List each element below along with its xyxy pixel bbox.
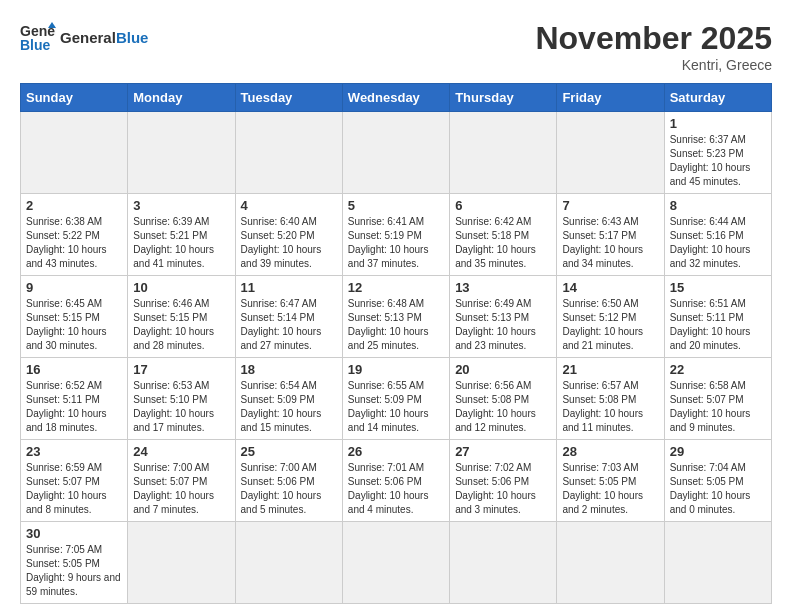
calendar-cell: 8Sunrise: 6:44 AM Sunset: 5:16 PM Daylig… [664, 194, 771, 276]
day-content: Sunrise: 6:42 AM Sunset: 5:18 PM Dayligh… [455, 215, 551, 271]
calendar-cell: 9Sunrise: 6:45 AM Sunset: 5:15 PM Daylig… [21, 276, 128, 358]
day-number: 19 [348, 362, 444, 377]
calendar-cell [21, 112, 128, 194]
page-header: General Blue GeneralBlue November 2025 K… [20, 20, 772, 73]
day-content: Sunrise: 6:53 AM Sunset: 5:10 PM Dayligh… [133, 379, 229, 435]
calendar-cell [664, 522, 771, 604]
weekday-header-tuesday: Tuesday [235, 84, 342, 112]
day-number: 5 [348, 198, 444, 213]
calendar-cell [450, 112, 557, 194]
day-number: 1 [670, 116, 766, 131]
weekday-header-row: SundayMondayTuesdayWednesdayThursdayFrid… [21, 84, 772, 112]
title-block: November 2025 Kentri, Greece [535, 20, 772, 73]
day-number: 29 [670, 444, 766, 459]
calendar-week-row: 2Sunrise: 6:38 AM Sunset: 5:22 PM Daylig… [21, 194, 772, 276]
day-content: Sunrise: 6:43 AM Sunset: 5:17 PM Dayligh… [562, 215, 658, 271]
day-number: 8 [670, 198, 766, 213]
day-content: Sunrise: 6:47 AM Sunset: 5:14 PM Dayligh… [241, 297, 337, 353]
day-content: Sunrise: 6:46 AM Sunset: 5:15 PM Dayligh… [133, 297, 229, 353]
weekday-header-sunday: Sunday [21, 84, 128, 112]
svg-text:Blue: Blue [20, 37, 51, 53]
day-content: Sunrise: 6:59 AM Sunset: 5:07 PM Dayligh… [26, 461, 122, 517]
calendar-cell: 14Sunrise: 6:50 AM Sunset: 5:12 PM Dayli… [557, 276, 664, 358]
location-subtitle: Kentri, Greece [535, 57, 772, 73]
day-content: Sunrise: 6:45 AM Sunset: 5:15 PM Dayligh… [26, 297, 122, 353]
day-content: Sunrise: 6:54 AM Sunset: 5:09 PM Dayligh… [241, 379, 337, 435]
calendar-cell: 26Sunrise: 7:01 AM Sunset: 5:06 PM Dayli… [342, 440, 449, 522]
day-content: Sunrise: 7:00 AM Sunset: 5:07 PM Dayligh… [133, 461, 229, 517]
weekday-header-friday: Friday [557, 84, 664, 112]
day-number: 16 [26, 362, 122, 377]
calendar-week-row: 9Sunrise: 6:45 AM Sunset: 5:15 PM Daylig… [21, 276, 772, 358]
calendar-cell: 22Sunrise: 6:58 AM Sunset: 5:07 PM Dayli… [664, 358, 771, 440]
day-content: Sunrise: 6:57 AM Sunset: 5:08 PM Dayligh… [562, 379, 658, 435]
logo-icon: General Blue [20, 20, 56, 56]
calendar-week-row: 16Sunrise: 6:52 AM Sunset: 5:11 PM Dayli… [21, 358, 772, 440]
day-content: Sunrise: 7:03 AM Sunset: 5:05 PM Dayligh… [562, 461, 658, 517]
day-number: 10 [133, 280, 229, 295]
day-number: 21 [562, 362, 658, 377]
day-content: Sunrise: 6:56 AM Sunset: 5:08 PM Dayligh… [455, 379, 551, 435]
day-content: Sunrise: 6:50 AM Sunset: 5:12 PM Dayligh… [562, 297, 658, 353]
day-number: 28 [562, 444, 658, 459]
day-content: Sunrise: 6:38 AM Sunset: 5:22 PM Dayligh… [26, 215, 122, 271]
day-content: Sunrise: 7:00 AM Sunset: 5:06 PM Dayligh… [241, 461, 337, 517]
day-number: 12 [348, 280, 444, 295]
day-number: 30 [26, 526, 122, 541]
day-number: 15 [670, 280, 766, 295]
day-number: 11 [241, 280, 337, 295]
calendar-cell [557, 112, 664, 194]
calendar-cell: 25Sunrise: 7:00 AM Sunset: 5:06 PM Dayli… [235, 440, 342, 522]
calendar-cell: 5Sunrise: 6:41 AM Sunset: 5:19 PM Daylig… [342, 194, 449, 276]
calendar-cell [235, 112, 342, 194]
day-number: 27 [455, 444, 551, 459]
calendar-cell: 11Sunrise: 6:47 AM Sunset: 5:14 PM Dayli… [235, 276, 342, 358]
calendar-cell: 16Sunrise: 6:52 AM Sunset: 5:11 PM Dayli… [21, 358, 128, 440]
day-number: 23 [26, 444, 122, 459]
day-content: Sunrise: 6:51 AM Sunset: 5:11 PM Dayligh… [670, 297, 766, 353]
day-number: 3 [133, 198, 229, 213]
weekday-header-thursday: Thursday [450, 84, 557, 112]
calendar-cell: 10Sunrise: 6:46 AM Sunset: 5:15 PM Dayli… [128, 276, 235, 358]
calendar-week-row: 23Sunrise: 6:59 AM Sunset: 5:07 PM Dayli… [21, 440, 772, 522]
calendar-cell: 30Sunrise: 7:05 AM Sunset: 5:05 PM Dayli… [21, 522, 128, 604]
calendar-cell: 12Sunrise: 6:48 AM Sunset: 5:13 PM Dayli… [342, 276, 449, 358]
day-number: 18 [241, 362, 337, 377]
calendar-cell: 3Sunrise: 6:39 AM Sunset: 5:21 PM Daylig… [128, 194, 235, 276]
calendar-cell: 7Sunrise: 6:43 AM Sunset: 5:17 PM Daylig… [557, 194, 664, 276]
day-number: 2 [26, 198, 122, 213]
day-content: Sunrise: 6:44 AM Sunset: 5:16 PM Dayligh… [670, 215, 766, 271]
calendar-cell: 18Sunrise: 6:54 AM Sunset: 5:09 PM Dayli… [235, 358, 342, 440]
calendar-cell: 19Sunrise: 6:55 AM Sunset: 5:09 PM Dayli… [342, 358, 449, 440]
calendar-cell: 27Sunrise: 7:02 AM Sunset: 5:06 PM Dayli… [450, 440, 557, 522]
day-number: 22 [670, 362, 766, 377]
calendar-cell: 17Sunrise: 6:53 AM Sunset: 5:10 PM Dayli… [128, 358, 235, 440]
day-number: 13 [455, 280, 551, 295]
calendar-cell: 29Sunrise: 7:04 AM Sunset: 5:05 PM Dayli… [664, 440, 771, 522]
day-content: Sunrise: 6:40 AM Sunset: 5:20 PM Dayligh… [241, 215, 337, 271]
day-content: Sunrise: 6:55 AM Sunset: 5:09 PM Dayligh… [348, 379, 444, 435]
calendar-cell [557, 522, 664, 604]
day-content: Sunrise: 6:48 AM Sunset: 5:13 PM Dayligh… [348, 297, 444, 353]
day-content: Sunrise: 6:49 AM Sunset: 5:13 PM Dayligh… [455, 297, 551, 353]
calendar-week-row: 30Sunrise: 7:05 AM Sunset: 5:05 PM Dayli… [21, 522, 772, 604]
calendar-cell: 21Sunrise: 6:57 AM Sunset: 5:08 PM Dayli… [557, 358, 664, 440]
day-content: Sunrise: 6:58 AM Sunset: 5:07 PM Dayligh… [670, 379, 766, 435]
day-number: 7 [562, 198, 658, 213]
weekday-header-saturday: Saturday [664, 84, 771, 112]
day-content: Sunrise: 6:41 AM Sunset: 5:19 PM Dayligh… [348, 215, 444, 271]
calendar-table: SundayMondayTuesdayWednesdayThursdayFrid… [20, 83, 772, 604]
day-number: 4 [241, 198, 337, 213]
day-content: Sunrise: 7:02 AM Sunset: 5:06 PM Dayligh… [455, 461, 551, 517]
day-number: 26 [348, 444, 444, 459]
logo: General Blue GeneralBlue [20, 20, 148, 56]
calendar-cell [450, 522, 557, 604]
day-content: Sunrise: 6:39 AM Sunset: 5:21 PM Dayligh… [133, 215, 229, 271]
weekday-header-monday: Monday [128, 84, 235, 112]
calendar-cell: 6Sunrise: 6:42 AM Sunset: 5:18 PM Daylig… [450, 194, 557, 276]
calendar-cell: 28Sunrise: 7:03 AM Sunset: 5:05 PM Dayli… [557, 440, 664, 522]
calendar-week-row: 1Sunrise: 6:37 AM Sunset: 5:23 PM Daylig… [21, 112, 772, 194]
calendar-cell: 2Sunrise: 6:38 AM Sunset: 5:22 PM Daylig… [21, 194, 128, 276]
calendar-cell: 20Sunrise: 6:56 AM Sunset: 5:08 PM Dayli… [450, 358, 557, 440]
weekday-header-wednesday: Wednesday [342, 84, 449, 112]
